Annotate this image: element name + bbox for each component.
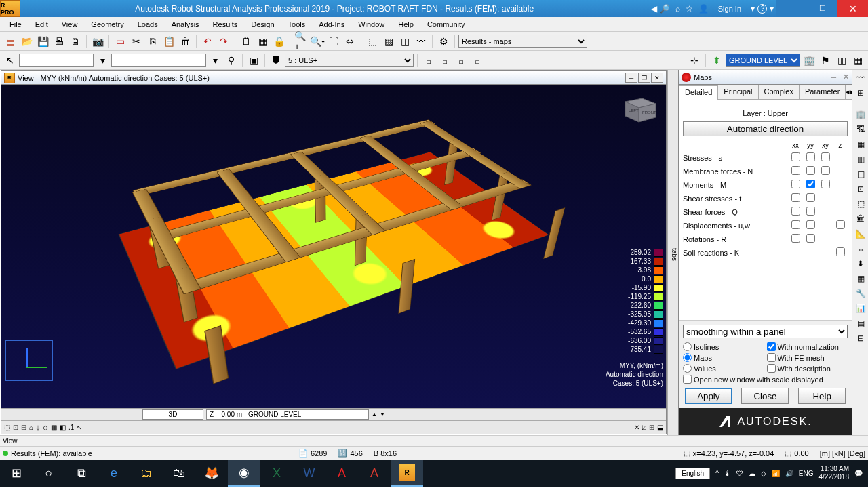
zoom-window-icon[interactable]: ⛶ bbox=[326, 34, 341, 49]
task-store-icon[interactable]: 🛍 bbox=[163, 460, 195, 487]
undo-icon[interactable]: ↶ bbox=[200, 34, 215, 49]
rt-15-icon[interactable]: ▦ bbox=[854, 272, 867, 285]
vs-10-icon[interactable]: ↖ bbox=[77, 424, 82, 431]
vs-3-icon[interactable]: ⊟ bbox=[21, 424, 26, 431]
level-dropdown[interactable]: GROUND LEVEL bbox=[726, 54, 800, 67]
vs-6-icon[interactable]: ◇ bbox=[43, 424, 48, 431]
viewport-minimize-button[interactable]: ─ bbox=[625, 73, 637, 83]
tool-d-icon[interactable]: 〰 bbox=[414, 34, 429, 49]
result-checkbox[interactable] bbox=[806, 166, 815, 175]
result-checkbox[interactable] bbox=[806, 193, 815, 202]
pointer-icon[interactable]: ↖ bbox=[3, 53, 18, 68]
tool-e-icon[interactable]: ⚙ bbox=[436, 34, 451, 49]
task-autocad-icon[interactable]: A bbox=[358, 460, 391, 487]
vs-r2-icon[interactable]: ⟀ bbox=[642, 424, 646, 431]
menu-tools[interactable]: Tools bbox=[281, 19, 313, 30]
task-acrobat-icon[interactable]: A bbox=[326, 460, 358, 487]
vs-8-icon[interactable]: ◧ bbox=[60, 424, 66, 431]
rt-4-icon[interactable]: 🏢 bbox=[854, 108, 867, 121]
rt-10-icon[interactable]: ⬚ bbox=[854, 197, 867, 211]
result-checkbox[interactable] bbox=[791, 220, 800, 229]
tab-principal[interactable]: Principal bbox=[717, 85, 758, 99]
result-checkbox[interactable] bbox=[791, 180, 800, 188]
flag-icon[interactable]: ⚑ bbox=[818, 53, 833, 68]
delete-icon[interactable]: 🗑 bbox=[178, 34, 193, 49]
view-cube[interactable]: LEFTFRONT bbox=[618, 92, 659, 125]
tray-volume-icon[interactable]: 🔊 bbox=[785, 470, 793, 477]
dropdown-2-icon[interactable]: ▾ bbox=[208, 53, 222, 68]
support-3-icon[interactable]: ⏛ bbox=[454, 53, 469, 68]
tabs-handle[interactable]: tabs bbox=[667, 70, 678, 435]
result-checkbox[interactable] bbox=[836, 247, 845, 256]
misc-1-icon[interactable]: ▥ bbox=[834, 53, 849, 68]
vs-9-icon[interactable]: .1 bbox=[68, 424, 74, 431]
result-checkbox[interactable] bbox=[791, 152, 800, 161]
maximize-button[interactable]: ☐ bbox=[807, 0, 837, 17]
result-checkbox[interactable] bbox=[791, 166, 800, 175]
viewport-close-button[interactable]: ✕ bbox=[651, 73, 663, 83]
zoom-in-icon[interactable]: 🔍+ bbox=[294, 34, 309, 49]
rt-1-icon[interactable]: 〰 bbox=[854, 71, 867, 85]
rt-17-icon[interactable]: 📊 bbox=[854, 302, 867, 315]
menu-addins[interactable]: Add-Ins bbox=[312, 19, 351, 30]
language-indicator[interactable]: English bbox=[675, 468, 710, 479]
case-dropdown[interactable]: 5 : ULS+ bbox=[285, 54, 414, 67]
result-checkbox[interactable] bbox=[791, 234, 800, 243]
task-view-icon[interactable]: ⧉ bbox=[65, 460, 98, 487]
cut-icon[interactable]: ✂ bbox=[129, 34, 144, 49]
level-up-icon[interactable]: ▲ bbox=[372, 411, 377, 418]
tray-temp-icon[interactable]: 🌡 bbox=[724, 470, 731, 477]
axis-icon[interactable]: ⊹ bbox=[687, 53, 702, 68]
section-icon[interactable]: ▣ bbox=[246, 53, 261, 68]
3d-canvas[interactable]: LEFTFRONT 259.02167.333.980.0-15.90-119.… bbox=[1, 85, 666, 408]
selection-input-2[interactable] bbox=[111, 54, 206, 67]
menu-results[interactable]: Results bbox=[206, 19, 245, 30]
menu-edit[interactable]: Edit bbox=[28, 19, 55, 30]
check-fe-mesh[interactable]: With FE mesh bbox=[767, 353, 848, 362]
print-icon[interactable]: 🖶 bbox=[52, 34, 66, 49]
redo-icon[interactable]: ↷ bbox=[216, 34, 231, 49]
task-chrome-icon[interactable]: ◉ bbox=[228, 460, 260, 487]
support-2-icon[interactable]: ⏛ bbox=[437, 53, 452, 68]
vs-r1-icon[interactable]: ✕ bbox=[634, 424, 639, 431]
binoculars-icon[interactable]: ◀ 🔎 bbox=[648, 4, 672, 14]
vs-r4-icon[interactable]: ⬓ bbox=[657, 424, 663, 431]
tab-detailed[interactable]: Detailed bbox=[679, 85, 718, 100]
pan-icon[interactable]: ⇔ bbox=[342, 34, 357, 49]
task-search-icon[interactable]: ○ bbox=[33, 460, 65, 487]
help-button[interactable]: Help bbox=[798, 388, 846, 404]
tab-parameters[interactable]: Parameter bbox=[799, 85, 846, 99]
result-checkbox[interactable] bbox=[836, 220, 845, 229]
menu-help[interactable]: Help bbox=[391, 19, 420, 30]
new-icon[interactable]: ▤ bbox=[3, 34, 18, 49]
minimize-button[interactable]: ─ bbox=[776, 0, 807, 17]
vs-1-icon[interactable]: ⬚ bbox=[4, 424, 10, 431]
calc-icon[interactable]: 🗒 bbox=[239, 34, 254, 49]
rt-3-icon[interactable] bbox=[854, 101, 867, 106]
paste-icon[interactable]: 📋 bbox=[161, 34, 176, 49]
task-robot-icon[interactable]: R bbox=[391, 460, 423, 487]
select-icon[interactable]: ▭ bbox=[113, 34, 127, 49]
menu-geometry[interactable]: Geometry bbox=[84, 19, 130, 30]
screenshot-icon[interactable]: 📷 bbox=[90, 34, 105, 49]
result-checkbox[interactable] bbox=[821, 180, 830, 188]
rt-12-icon[interactable]: 📐 bbox=[854, 227, 867, 241]
radio-values[interactable]: Values bbox=[683, 364, 764, 373]
menu-community[interactable]: Community bbox=[420, 19, 472, 30]
level-icon[interactable]: ⬍ bbox=[709, 53, 724, 68]
rt-18-icon[interactable]: ▤ bbox=[854, 317, 867, 330]
story-icon[interactable]: 🏢 bbox=[802, 53, 816, 68]
rt-19-icon[interactable]: ⊟ bbox=[854, 331, 867, 345]
tool-a-icon[interactable]: ⬚ bbox=[365, 34, 380, 49]
keyboard-lang[interactable]: ENG bbox=[799, 470, 814, 477]
result-checkbox[interactable] bbox=[806, 180, 815, 188]
start-button[interactable]: ⊞ bbox=[0, 460, 33, 487]
result-checkbox[interactable] bbox=[821, 166, 830, 175]
save-icon[interactable]: 💾 bbox=[35, 34, 50, 49]
panel-minimize-icon[interactable]: ─ bbox=[831, 73, 836, 81]
lock-icon[interactable]: 🔒 bbox=[271, 34, 286, 49]
rt-16-icon[interactable]: 🔧 bbox=[854, 287, 867, 300]
tray-cloud-icon[interactable]: ☁ bbox=[749, 470, 755, 477]
help-icon[interactable]: ? bbox=[757, 4, 767, 14]
tray-shield-icon[interactable]: 🛡 bbox=[736, 470, 743, 477]
